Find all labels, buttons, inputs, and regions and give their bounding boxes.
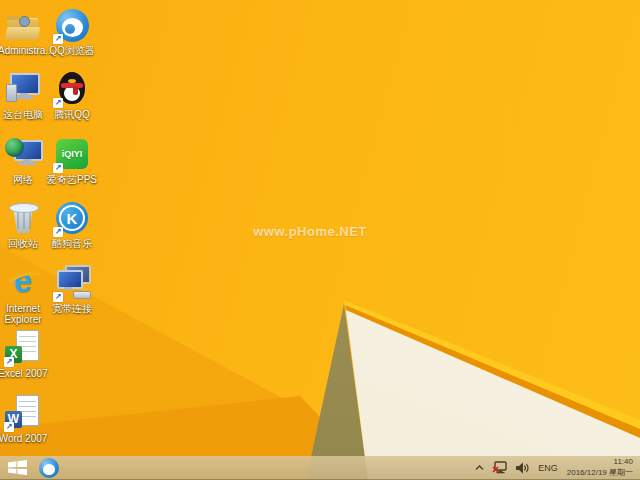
desktop-icon-internet-explorer[interactable]: e Internet Explorer bbox=[0, 264, 48, 325]
icon-label: 这台电脑 bbox=[0, 109, 48, 120]
icon-label: Administra... bbox=[0, 45, 48, 56]
internet-explorer-icon: e bbox=[4, 264, 42, 302]
shortcut-arrow-icon: ↗ bbox=[53, 98, 63, 108]
desktop-icon-iqiyi-pps[interactable]: iQIYI ↗ 爱奇艺PPS bbox=[47, 135, 97, 185]
desktop-icon-administrator[interactable]: Administra... bbox=[0, 6, 48, 56]
desktop-icon-tencent-qq[interactable]: ↗ 腾讯QQ bbox=[47, 70, 97, 120]
network-globe-icon bbox=[4, 135, 42, 173]
desktop-icon-kugou[interactable]: K ↗ 酷狗音乐 bbox=[47, 199, 97, 249]
icon-label: QQ浏览器 bbox=[47, 45, 97, 56]
shortcut-arrow-icon: ↗ bbox=[53, 163, 63, 173]
icon-label: 酷狗音乐 bbox=[47, 238, 97, 249]
kugou-icon: K ↗ bbox=[53, 199, 91, 237]
shortcut-arrow-icon: ↗ bbox=[53, 34, 63, 44]
speaker-icon bbox=[515, 462, 529, 474]
watermark-text: www.pHome.NET bbox=[253, 224, 367, 239]
show-hidden-icons-button[interactable] bbox=[471, 456, 488, 479]
recycle-bin-icon bbox=[4, 199, 42, 237]
desktop-icon-qq-browser[interactable]: ↗ QQ浏览器 bbox=[47, 6, 97, 56]
icon-label: 网络 bbox=[0, 174, 48, 185]
clock-time: 11:40 bbox=[567, 457, 633, 467]
shortcut-arrow-icon: ↗ bbox=[53, 292, 63, 302]
taskbar-clock[interactable]: 11:40 2016/12/19 星期一 bbox=[563, 457, 640, 478]
icon-label: 回收站 bbox=[0, 238, 48, 249]
icon-label: 爱奇艺PPS bbox=[47, 174, 97, 185]
shortcut-arrow-icon: ↗ bbox=[53, 227, 63, 237]
desktop-icon-broadband[interactable]: ↗ 宽带连接 bbox=[47, 264, 97, 314]
desktop: www.pHome.NET Administra... 这台电脑 网络 bbox=[0, 0, 640, 480]
excel-icon: X ↗ bbox=[4, 329, 42, 367]
system-tray: ENG 11:40 2016/12/19 星期一 bbox=[471, 456, 640, 479]
start-button[interactable] bbox=[0, 456, 34, 479]
taskbar-qq-browser-button[interactable] bbox=[34, 456, 64, 479]
computer-icon bbox=[4, 70, 42, 108]
network-disconnected-icon bbox=[492, 461, 507, 474]
taskbar: ENG 11:40 2016/12/19 星期一 bbox=[0, 456, 640, 480]
qq-browser-icon bbox=[39, 458, 59, 478]
desktop-icon-excel[interactable]: X ↗ Excel 2007 bbox=[0, 329, 48, 379]
icon-label: 腾讯QQ bbox=[47, 109, 97, 120]
language-indicator[interactable]: ENG bbox=[533, 463, 563, 473]
windows-logo-icon bbox=[8, 460, 27, 475]
iqiyi-icon: iQIYI ↗ bbox=[53, 135, 91, 173]
desktop-icon-network[interactable]: 网络 bbox=[0, 135, 48, 185]
desktop-icon-recycle-bin[interactable]: 回收站 bbox=[0, 199, 48, 249]
desktop-icon-this-pc[interactable]: 这台电脑 bbox=[0, 70, 48, 120]
user-folder-icon bbox=[4, 6, 42, 44]
qq-penguin-icon: ↗ bbox=[53, 70, 91, 108]
icon-label: Word 2007 bbox=[0, 433, 48, 444]
desktop-icon-word[interactable]: W ↗ Word 2007 bbox=[0, 394, 48, 444]
volume-button[interactable] bbox=[511, 456, 533, 479]
clock-date: 2016/12/19 星期一 bbox=[567, 468, 633, 478]
shortcut-arrow-icon: ↗ bbox=[4, 357, 14, 367]
icon-label: Internet Explorer bbox=[0, 303, 48, 325]
network-status-button[interactable] bbox=[488, 456, 511, 479]
shortcut-arrow-icon: ↗ bbox=[4, 422, 14, 432]
broadband-connection-icon: ↗ bbox=[53, 264, 91, 302]
icon-label: Excel 2007 bbox=[0, 368, 48, 379]
chevron-up-icon bbox=[475, 465, 484, 471]
word-icon: W ↗ bbox=[4, 394, 42, 432]
qq-browser-icon: ↗ bbox=[53, 6, 91, 44]
icon-label: 宽带连接 bbox=[47, 303, 97, 314]
